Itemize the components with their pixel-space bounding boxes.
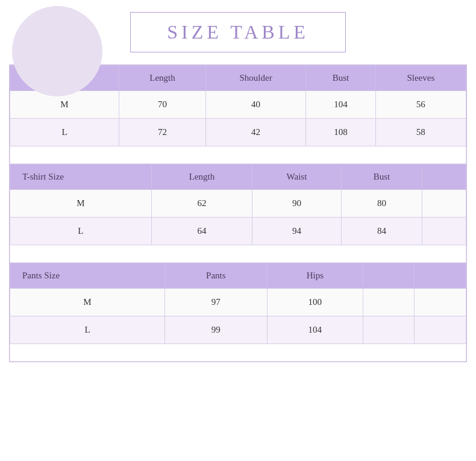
pants-l-size: L (10, 316, 165, 344)
tshirt-l-bust: 84 (341, 218, 422, 245)
table-row: L 64 94 84 (10, 218, 466, 245)
tshirt-col-bust: Bust (341, 165, 422, 190)
coat-col-sleeves: Sleeves (375, 66, 466, 91)
coat-m-shoulder: 40 (205, 91, 305, 119)
spacer-row (10, 146, 466, 164)
page-title: SIZE TABLE (167, 21, 309, 43)
coat-l-sleeves: 58 (375, 119, 466, 146)
pants-col-empty1 (363, 263, 415, 289)
coat-col-length: Length (119, 66, 206, 91)
pants-l-pants: 99 (164, 316, 267, 344)
tshirt-m-bust: 80 (341, 190, 422, 218)
pants-m-hips: 100 (267, 289, 363, 316)
pants-header-row: Pants Size Pants Hips (10, 263, 466, 289)
pants-l-hips: 104 (267, 316, 363, 344)
tshirt-m-size: M (10, 190, 152, 218)
tshirt-col-size: T-shirt Size (10, 165, 152, 190)
coat-m-length: 70 (119, 91, 206, 119)
coat-m-sleeves: 56 (375, 91, 466, 119)
pants-col-size: Pants Size (10, 263, 165, 289)
spacer-row (10, 344, 466, 362)
tables-outer-border: Coat Size Length Shoulder Bust Sleeves M… (9, 64, 467, 362)
coat-col-bust: Bust (306, 66, 375, 91)
pants-col-empty2 (415, 263, 466, 289)
header-section: SIZE TABLE (0, 0, 476, 58)
table-row: M 97 100 (10, 289, 466, 316)
pants-size-table: Pants Size Pants Hips M 97 100 L 99 104 (10, 263, 466, 362)
title-box: SIZE TABLE (130, 12, 346, 52)
tshirt-l-waist: 94 (252, 218, 341, 245)
pants-l-empty2 (415, 316, 466, 344)
pants-m-empty2 (415, 289, 466, 316)
tshirt-m-length: 62 (151, 190, 252, 218)
pants-col-pants: Pants (164, 263, 267, 289)
coat-m-bust: 104 (306, 91, 375, 119)
tshirt-m-waist: 90 (252, 190, 341, 218)
tshirt-header-row: T-shirt Size Length Waist Bust (10, 165, 466, 190)
table-row: M 62 90 80 (10, 190, 466, 218)
tshirt-size-table: T-shirt Size Length Waist Bust M 62 90 8… (10, 164, 466, 263)
circle-decoration (12, 6, 102, 96)
coat-col-shoulder: Shoulder (205, 66, 305, 91)
pants-m-empty1 (363, 289, 415, 316)
spacer-row (10, 245, 466, 263)
table-row: L 99 104 (10, 316, 466, 344)
tshirt-m-empty (422, 190, 466, 218)
pants-m-pants: 97 (164, 289, 267, 316)
coat-l-bust: 108 (306, 119, 375, 146)
tshirt-col-waist: Waist (252, 165, 341, 190)
coat-l-size: L (10, 119, 119, 146)
tshirt-l-empty (422, 218, 466, 245)
pants-m-size: M (10, 289, 165, 316)
coat-l-shoulder: 42 (205, 119, 305, 146)
coat-l-length: 72 (119, 119, 206, 146)
tshirt-l-length: 64 (151, 218, 252, 245)
pants-l-empty1 (363, 316, 415, 344)
tshirt-l-size: L (10, 218, 152, 245)
pants-col-hips: Hips (267, 263, 363, 289)
table-row: M 70 40 104 56 (10, 91, 466, 119)
tshirt-col-length: Length (151, 165, 252, 190)
tshirt-col-empty (422, 165, 466, 190)
table-row: L 72 42 108 58 (10, 119, 466, 146)
